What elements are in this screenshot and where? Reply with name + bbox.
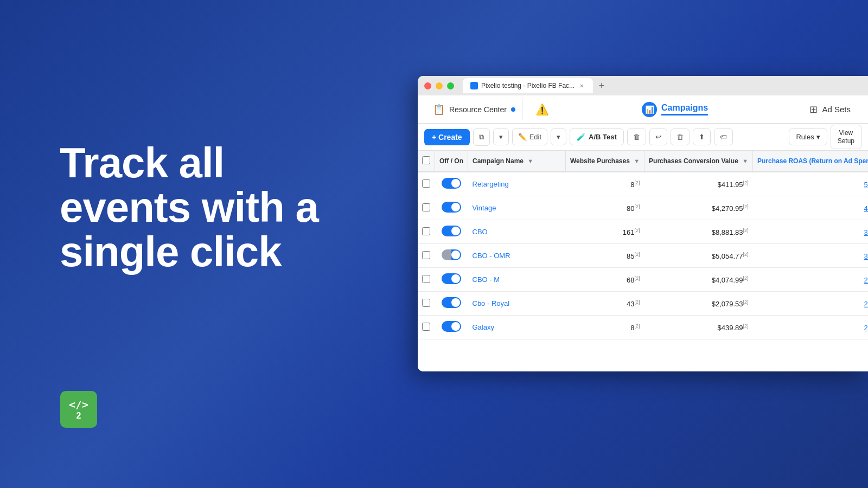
top-nav: 📋 Resource Center ⚠️ 📊 Campaigns ⊞ Ad Se… [418,95,868,124]
resource-center-label: Resource Center [449,105,507,114]
purchases-value-2: 161[2] [623,228,640,236]
roas-value-6: 2.20[2] [864,324,868,332]
traffic-light-red[interactable] [424,82,431,89]
select-all-checkbox[interactable] [422,156,430,164]
view-setup-label: ViewSetup [838,129,854,144]
restore-button[interactable]: 🗑 [671,129,690,145]
ab-test-button[interactable]: 🧪 A/B Test [570,129,624,145]
roas-value-0: 5.56[2] [864,181,868,189]
main-heading: Track all events with a single click [60,141,363,274]
toggle-switch-0[interactable] [442,178,461,189]
ad-sets-icon: ⊞ [809,104,818,115]
conv-value-1: $4,270.95[2] [712,204,749,213]
browser-chrome: Pixelio testing - Pixelio FB Fac... ✕ + [418,76,868,95]
tab-favicon [470,82,478,89]
ab-test-icon: 🧪 [577,133,585,141]
table-row: Cbo - Royal43[2]$2,079.53[2]2.61[2]$2,07 [418,292,868,316]
new-tab-button[interactable]: + [595,79,608,92]
traffic-light-green[interactable] [447,82,454,89]
row-checkbox-3[interactable] [422,251,430,259]
ad-sets-nav[interactable]: ⊞ Ad Sets [801,104,859,115]
logo-badge: </> 2 [60,390,98,428]
rules-dropdown-icon: ▾ [816,133,820,141]
campaigns-icon: 📊 [642,102,657,117]
browser-tab-active[interactable]: Pixelio testing - Pixelio FB Fac... ✕ [463,78,593,93]
tag-button[interactable]: 🏷 [714,129,733,145]
toggle-switch-4[interactable] [442,273,461,284]
view-setup-button[interactable]: ViewSetup [831,125,861,149]
campaigns-label[interactable]: Campaigns [661,103,708,115]
edit-icon: ✏️ [518,133,527,141]
edit-dropdown-button[interactable]: ▾ [551,129,566,145]
undo-button[interactable]: ↩ [649,129,667,145]
campaign-link-5[interactable]: Cbo - Royal [473,299,510,307]
conv-value-2: $8,881.83[2] [712,228,749,236]
campaigns-table: Off / On Campaign Name ▼ Website Purchas… [418,151,868,339]
conv-value-filter-icon: ▼ [742,158,748,164]
duplicate-dropdown-button[interactable]: ▾ [493,129,509,145]
campaign-link-2[interactable]: CBO [473,228,488,236]
conv-value-0: $411.95[2] [718,181,749,189]
th-checkbox [418,151,435,172]
toggle-switch-5[interactable] [442,297,461,308]
purchases-value-3: 85[2] [627,252,640,260]
campaign-name-filter-icon: ▼ [527,158,533,164]
row-checkbox-6[interactable] [422,323,430,331]
roas-value-4: 2.97[2] [864,276,868,284]
ad-sets-label: Ad Sets [822,105,851,114]
toggle-switch-3[interactable] [442,249,461,260]
edit-button[interactable]: ✏️ Edit [512,129,547,145]
purchases-filter-icon: ▼ [634,158,640,164]
row-checkbox-1[interactable] [422,203,430,211]
export-button[interactable]: ⬆ [693,129,711,145]
campaign-link-4[interactable]: CBO - M [473,275,500,284]
create-button[interactable]: + Create [424,129,470,145]
purchases-value-5: 43[2] [627,300,640,308]
purchases-value-6: 8[2] [630,324,640,332]
resource-center-dot [511,107,515,112]
roas-value-2: 3.26[2] [864,228,868,236]
row-checkbox-0[interactable] [422,179,430,188]
campaign-link-6[interactable]: Galaxy [473,323,494,331]
table-header-row: Off / On Campaign Name ▼ Website Purchas… [418,151,868,172]
toggle-switch-2[interactable] [442,226,461,236]
rules-button[interactable]: Rules ▾ [789,129,827,145]
conv-value-4: $4,074.99[2] [712,276,749,284]
conv-value-5: $2,079.53[2] [712,300,749,308]
table-row: CBO - M68[2]$4,074.99[2]2.97[2]$4,07 [418,268,868,292]
conv-value-6: $439.89[2] [718,324,749,332]
logo-icon: </> 2 [60,391,97,428]
resource-center-nav[interactable]: 📋 Resource Center [426,99,522,120]
roas-value-1: 4.27[2] [864,204,868,213]
delete-button[interactable]: 🗑 [627,129,646,145]
traffic-light-yellow[interactable] [436,82,443,89]
table-row: CBO - OMR85[2]$5,054.77[2]3.03[2]$5,05 [418,244,868,268]
table-body: Retargeting8[2]$411.95[2]5.56[2]$41Vinta… [418,172,868,339]
campaign-link-0[interactable]: Retargeting [473,180,509,188]
th-website-purchases[interactable]: Website Purchases ▼ [566,151,644,172]
toggle-switch-1[interactable] [442,202,461,213]
table-row: Retargeting8[2]$411.95[2]5.56[2]$41 [418,172,868,196]
app-content: 📋 Resource Center ⚠️ 📊 Campaigns ⊞ Ad Se… [418,95,868,371]
conv-value-3: $5,054.77[2] [712,252,749,260]
hero-section: Track all events with a single click [60,141,363,274]
th-campaign-name[interactable]: Campaign Name ▼ [468,151,566,172]
th-conv-value[interactable]: Purchases Conversion Value ▼ [644,151,753,172]
campaign-link-1[interactable]: Vintage [473,204,496,212]
tab-close-icon[interactable]: ✕ [578,82,585,89]
campaign-link-3[interactable]: CBO - OMR [473,252,510,260]
table-row: CBO161[2]$8,881.83[2]3.26[2]$8,88 [418,220,868,244]
th-roas[interactable]: Purchase ROAS (Return on Ad Spend) ↓ [753,151,868,172]
purchases-value-1: 80[2] [627,204,640,213]
logo-code-symbol: </> [69,398,88,411]
duplicate-button[interactable]: ⧉ [473,129,490,146]
roas-value-5: 2.61[2] [864,300,868,308]
toggle-switch-6[interactable] [442,321,461,332]
roas-value-3: 3.03[2] [864,252,868,260]
row-checkbox-5[interactable] [422,299,430,307]
toolbar: + Create ⧉ ▾ ✏️ Edit ▾ 🧪 A/B Test 🗑 ↩ 🗑 … [418,124,868,151]
row-checkbox-2[interactable] [422,227,430,235]
row-checkbox-4[interactable] [422,275,430,283]
campaigns-table-container: Off / On Campaign Name ▼ Website Purchas… [418,151,868,371]
warning-icon: ⚠️ [535,103,549,116]
